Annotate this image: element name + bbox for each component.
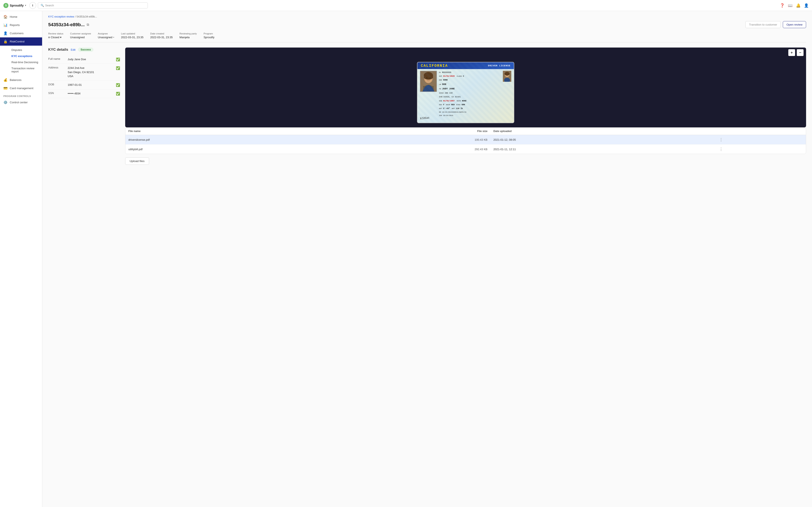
transition-to-customer-button[interactable]: Transition to customer [745,21,781,28]
right-col: + − CALIFORNIA DRIVER LICENSE [125,48,806,165]
kyc-val-address: 2244 2nd Ave San Diego, CA 92101 USA [68,66,113,78]
brand-icon: S [3,3,8,8]
main-layout: 🏠 Home 📊 Reports 👤 Customers 🔒 RiskContr… [0,11,812,507]
sidebar-label-home: Home [10,15,17,18]
kyc-header: KYC details Edit Success [48,48,120,52]
sidebar-label-riskcontrol: RiskControl [10,40,24,43]
kyc-val-fullname: Judy Jane Doe [68,57,113,61]
open-review-button[interactable]: Open review [783,21,806,28]
bell-icon[interactable]: 🔔 [796,3,801,8]
file-date-0: 2021-01-12, 08:05 [490,135,715,145]
main-content: KYC exception review / 54353z34-e89b... … [42,11,812,507]
file-size-1: 292.43 KB [342,145,490,154]
file-more-0[interactable]: ⋮ [715,135,806,145]
file-table-wrapper: File name File size Date uploaded driver… [125,127,806,154]
kyc-edit-link[interactable]: Edit [70,48,75,51]
file-more-button-0[interactable]: ⋮ [718,137,724,142]
program-controls-label: PROGRAM CONTROLS [0,92,42,98]
balances-label: Balances [10,78,21,81]
meta-review-status: Review status Closed ▾ [48,32,63,39]
control-center-icon: ⚙️ [3,100,8,104]
sidebar-item-card-management[interactable]: 💳 Card management [0,84,42,92]
sidebar-label-reports: Reports [10,23,20,26]
card-mgmt-label: Card management [10,87,34,90]
meta-assignee: Assignee Unassigned ▾ [98,32,114,39]
search-bar[interactable]: 🔍 Search [38,2,148,8]
kyc-details-section: KYC details Edit Success Full name Judy … [48,48,120,165]
reviewing-party-value: Marqeta [180,36,197,39]
license-thumb-svg [503,71,511,82]
kyc-title: KYC details [48,48,68,52]
kyc-check-ssn: ✅ [116,92,120,96]
sidebar-item-balances[interactable]: 💰 Balances [0,76,42,84]
customer-assignee-value: Unassigned [70,36,91,39]
upload-files-button[interactable]: Upload files [125,157,149,165]
kyc-row-fullname: Full name Judy Jane Doe ✅ [48,55,120,64]
zoom-in-button[interactable]: + [788,49,795,56]
info-button[interactable]: ℹ [30,2,36,9]
kyc-check-address: ✅ [116,66,120,70]
file-table: File name File size Date uploaded driver… [125,128,806,154]
book-icon[interactable]: 📖 [788,3,793,8]
file-table-header-row: File name File size Date uploaded [125,128,806,135]
reviewing-party-label: Reviewing party [180,32,197,35]
kyc-success-badge: Success [78,48,94,52]
breadcrumb-sep: / [75,15,75,18]
help-icon[interactable]: ❓ [780,3,784,8]
file-name-0[interactable]: driverslicense.pdf [125,135,342,145]
sidebar-sub-riskcontrol: Disputes KYC exceptions Real-time Decisi… [0,46,42,76]
kyc-exceptions-label: KYC exceptions [11,55,32,58]
sidebar-item-real-time[interactable]: Real-time Decisioning [9,59,42,65]
program-label: Program [204,32,214,35]
kyc-table: Full name Judy Jane Doe ✅ Address 2244 2… [48,55,120,98]
meta-reviewing-party: Reviewing party Marqeta [180,32,197,39]
sidebar-label-customers: Customers [10,32,23,35]
image-viewer-toolbar: + − [125,48,806,58]
sidebar-item-kyc-exceptions[interactable]: KYC exceptions [9,53,42,59]
assignee-chevron: ▾ [113,36,114,39]
transaction-review-label: Transaction review report [11,67,35,73]
review-status-text: Closed [51,36,59,39]
page-header: 54353z34-e89b... ⧉ Transition to custome… [48,21,806,28]
two-col-layout: KYC details Edit Success Full name Judy … [48,48,806,165]
sidebar-item-riskcontrol[interactable]: 🔒 RiskControl [0,38,42,46]
sidebar-item-home[interactable]: 🏠 Home [0,13,42,21]
file-more-1[interactable]: ⋮ [715,145,806,154]
page-title-row: 54353z34-e89b... ⧉ [48,22,89,27]
image-viewer: + − CALIFORNIA DRIVER LICENSE [125,48,806,127]
user-icon[interactable]: 👤 [804,3,809,8]
image-container: CALIFORNIA DRIVER LICENSE [125,58,806,127]
assignee-label: Assignee [98,32,114,35]
assignee-text: Unassigned [98,36,112,39]
license-background [417,62,514,123]
riskcontrol-icon: 🔒 [3,40,8,44]
kyc-check-dob: ✅ [116,83,120,87]
file-more-button-1[interactable]: ⋮ [718,147,724,152]
sidebar: 🏠 Home 📊 Reports 👤 Customers 🔒 RiskContr… [0,11,42,507]
assignee-value[interactable]: Unassigned ▾ [98,36,114,39]
file-row-1: utilitybill.pdf 292.43 KB 2021-01-11, 12… [125,145,806,154]
sidebar-item-transaction-review[interactable]: Transaction review report [9,65,42,74]
kyc-row-address: Address 2244 2nd Ave San Diego, CA 92101… [48,64,120,81]
kyc-field-ssn: SSN [48,92,65,95]
file-name-1[interactable]: utilitybill.pdf [125,145,342,154]
brand-chevron[interactable]: ▾ [25,4,26,7]
search-icon: 🔍 [41,4,44,7]
file-row-0: driverslicense.pdf 100.43 KB 2021-01-12,… [125,135,806,145]
sidebar-item-reports[interactable]: 📊 Reports [0,21,42,29]
col-filename: File name [125,128,342,135]
sidebar-item-disputes[interactable]: Disputes [9,47,42,53]
copy-icon[interactable]: ⧉ [87,23,89,26]
kyc-field-address: Address [48,66,65,69]
app-brand[interactable]: S Sproutify ▾ [3,3,26,8]
customers-icon: 👤 [3,31,8,35]
zoom-out-button[interactable]: − [797,49,804,56]
program-value: Sproutify [204,36,214,39]
sidebar-item-control-center[interactable]: ⚙️ Control center [0,98,42,107]
sidebar-item-customers[interactable]: 👤 Customers [0,29,42,38]
svg-point-11 [505,72,510,76]
reports-icon: 📊 [3,23,8,27]
review-status-dropdown[interactable]: ▾ [60,36,61,39]
breadcrumb-parent[interactable]: KYC exception review [48,15,74,18]
page-title: 54353z34-e89b... [48,22,85,27]
